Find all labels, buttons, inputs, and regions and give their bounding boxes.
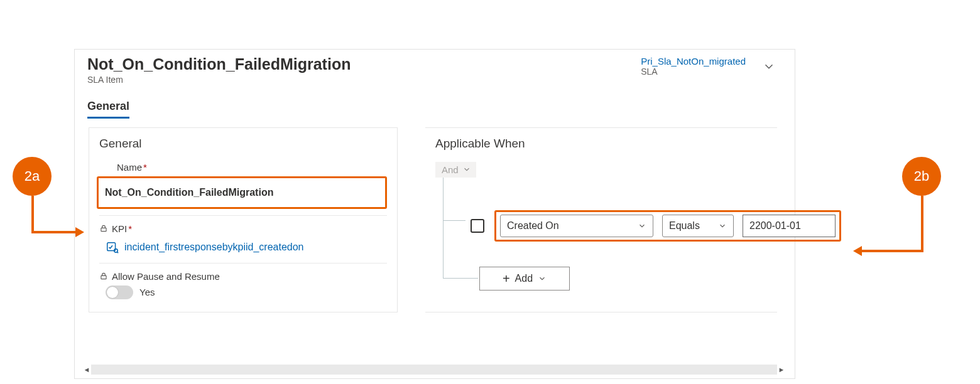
tab-general[interactable]: General	[87, 100, 129, 119]
svg-rect-3	[101, 275, 106, 279]
allow-pause-toggle-row: Yes	[99, 282, 387, 299]
required-mark: *	[143, 162, 147, 173]
header-right[interactable]: Pri_Sla_NotOn_migrated SLA	[641, 56, 782, 85]
condition-value-input[interactable]: 2200-01-01	[743, 215, 836, 237]
required-mark: *	[128, 223, 132, 234]
allow-pause-label: Allow Pause and Resume	[99, 271, 387, 282]
condition-operator-select[interactable]: Equals	[662, 215, 734, 237]
divider	[99, 263, 387, 264]
condition-field-text: Created On	[507, 220, 559, 232]
chevron-down-icon[interactable]	[762, 60, 776, 76]
chevron-down-icon	[538, 274, 547, 283]
header-left: Not_On_Condition_FailedMigration SLA Ite…	[87, 56, 641, 85]
condition-value-text: 2200-01-01	[749, 220, 801, 232]
chevron-down-icon	[718, 221, 727, 230]
callout-badge-2b: 2b	[902, 157, 941, 196]
tab-strip: General	[75, 85, 795, 119]
general-panel-title: General	[99, 137, 387, 151]
parent-sla-link[interactable]: Pri_Sla_NotOn_migrated	[641, 56, 746, 67]
add-button-label: Add	[515, 273, 533, 284]
kpi-field-label: KPI*	[99, 223, 387, 234]
callout-arrow-line	[31, 231, 77, 233]
chevron-down-icon	[462, 165, 471, 174]
group-operator-text: And	[442, 164, 459, 175]
page-title: Not_On_Condition_FailedMigration	[87, 56, 641, 73]
condition-row: Created On Equals 2200-01-	[467, 206, 845, 245]
callout-arrow-head	[75, 227, 84, 237]
lock-icon	[99, 224, 108, 233]
callout-arrow-line	[31, 196, 34, 232]
sla-item-card: Not_On_Condition_FailedMigration SLA Ite…	[74, 49, 795, 379]
applicable-when-title: Applicable When	[435, 137, 767, 151]
chevron-down-icon	[638, 221, 646, 230]
name-label-text: Name	[117, 162, 142, 173]
kpi-label-text: KPI	[112, 223, 127, 234]
scroll-track[interactable]	[91, 365, 777, 375]
toggle-state-text: Yes	[139, 287, 155, 297]
kpi-field-row: incident_firstresponsebykpiid_createdon	[99, 234, 387, 263]
allow-pause-label-text: Allow Pause and Resume	[112, 271, 220, 282]
parent-sla-label: SLA	[641, 67, 746, 77]
group-operator[interactable]: And	[435, 162, 476, 178]
condition-field-select[interactable]: Created On	[500, 215, 653, 237]
general-panel: General Name* Not_On_Condition_FailedMig…	[89, 127, 398, 312]
tree-connector	[443, 278, 478, 279]
condition-checkbox[interactable]	[471, 219, 484, 233]
tree-connector	[443, 178, 444, 278]
scroll-right-icon[interactable]: ►	[777, 366, 786, 373]
applicable-when-panel: Applicable When And Created On	[425, 127, 777, 312]
allow-pause-toggle[interactable]	[106, 285, 133, 299]
condition-operator-text: Equals	[669, 220, 700, 232]
header: Not_On_Condition_FailedMigration SLA Ite…	[75, 50, 795, 85]
name-field-value[interactable]: Not_On_Condition_FailedMigration	[99, 178, 385, 207]
condition-tree: Created On Equals 2200-01-	[439, 178, 767, 303]
panels: General Name* Not_On_Condition_FailedMig…	[75, 119, 795, 312]
plus-icon: +	[503, 272, 510, 285]
kpi-link[interactable]: incident_firstresponsebykpiid_createdon	[124, 242, 304, 253]
condition-highlight: Created On Equals 2200-01-	[494, 210, 841, 242]
kpi-entity-icon	[106, 240, 119, 254]
svg-rect-0	[101, 228, 106, 231]
entity-type-label: SLA Item	[87, 75, 641, 85]
name-field-highlight: Not_On_Condition_FailedMigration	[97, 176, 387, 209]
lock-icon	[99, 272, 108, 280]
callout-arrow-head	[853, 246, 862, 256]
callout-arrow-line	[861, 250, 923, 252]
horizontal-scrollbar[interactable]: ◄ ►	[82, 365, 786, 375]
callout-arrow-line	[921, 196, 923, 251]
tree-connector	[443, 220, 466, 221]
toggle-knob	[107, 287, 118, 298]
divider	[99, 215, 387, 216]
scroll-left-icon[interactable]: ◄	[82, 366, 91, 373]
callout-badge-2a: 2a	[13, 157, 52, 196]
name-field-label: Name*	[99, 162, 387, 173]
add-condition-button[interactable]: + Add	[479, 267, 570, 291]
